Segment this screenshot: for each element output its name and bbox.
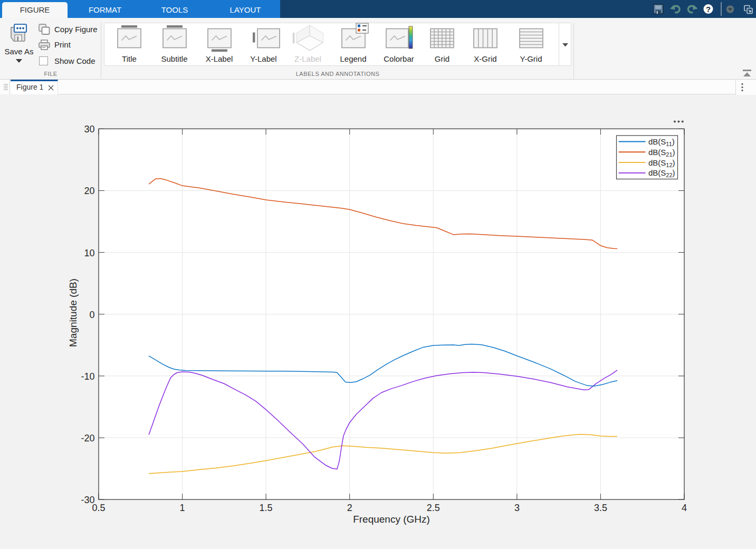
svg-text:?: ?: [706, 5, 711, 14]
svg-text:-10: -10: [81, 371, 94, 382]
svg-text:2: 2: [347, 503, 352, 513]
svg-text:1.5: 1.5: [260, 503, 273, 513]
svg-text:0.5: 0.5: [92, 503, 105, 513]
svg-text:30: 30: [84, 124, 94, 134]
svg-text:0: 0: [89, 310, 94, 320]
svg-text:Frequency (GHz): Frequency (GHz): [353, 514, 430, 525]
svg-text:1: 1: [180, 503, 185, 513]
svg-text:3: 3: [514, 503, 520, 513]
svg-text:3.5: 3.5: [594, 503, 607, 513]
svg-text:-20: -20: [81, 433, 94, 444]
svg-text:10: 10: [84, 248, 94, 258]
svg-text:20: 20: [84, 186, 94, 196]
svg-text:4: 4: [682, 503, 687, 513]
svg-text:2.5: 2.5: [427, 503, 440, 513]
svg-text:Magnitude (dB): Magnitude (dB): [68, 278, 79, 347]
